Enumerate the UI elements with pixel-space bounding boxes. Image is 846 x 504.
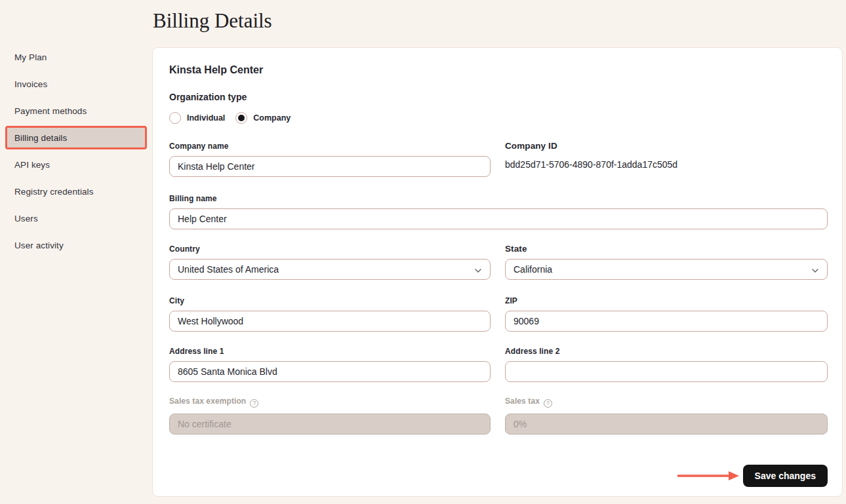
company-name-label: Company name: [169, 142, 491, 150]
sales-tax-input: [505, 414, 828, 435]
city-input[interactable]: [169, 311, 491, 332]
sidebar-item-user-activity[interactable]: User activity: [5, 233, 147, 257]
chevron-down-icon: [475, 264, 481, 275]
help-icon[interactable]: ?: [250, 399, 258, 408]
country-label: Country: [169, 245, 491, 253]
billing-details-card: Kinsta Help Center Organization type Ind…: [152, 47, 843, 497]
country-select[interactable]: United States of America: [169, 259, 491, 280]
billing-sidebar: My Plan Invoices Payment methods Billing…: [0, 0, 152, 504]
radio-company[interactable]: Company: [235, 112, 291, 124]
billing-name-label: Billing name: [169, 195, 828, 203]
radio-individual[interactable]: Individual: [169, 112, 225, 124]
company-heading: Kinsta Help Center: [169, 65, 828, 75]
sidebar-item-registry-credentials[interactable]: Registry credentials: [5, 180, 147, 203]
address-line-2-label: Address line 2: [505, 347, 828, 355]
address-line-2-input[interactable]: [505, 361, 828, 382]
help-icon[interactable]: ?: [544, 399, 552, 408]
save-button[interactable]: Save changes: [743, 465, 828, 487]
app-window: My Plan Invoices Payment methods Billing…: [0, 0, 846, 504]
company-name-input[interactable]: [169, 156, 491, 177]
radio-circle-icon: [169, 112, 181, 124]
sidebar-item-api-keys[interactable]: API keys: [5, 153, 147, 176]
sales-tax-exemption-label: Sales tax exemption?: [169, 397, 491, 408]
sales-tax-exemption-input: [169, 414, 491, 435]
zip-input[interactable]: [505, 311, 828, 332]
address-line-1-input[interactable]: [169, 361, 491, 382]
state-select-value: California: [514, 264, 552, 275]
main-content: Billing Details Kinsta Help Center Organ…: [152, 0, 846, 504]
organization-type-label: Organization type: [169, 92, 828, 102]
country-select-value: United States of America: [178, 264, 279, 275]
chevron-down-icon: [812, 264, 818, 275]
radio-circle-icon: [235, 112, 247, 124]
city-label: City: [169, 297, 491, 305]
card-footer: Save changes: [169, 465, 828, 487]
billing-name-input[interactable]: [169, 208, 828, 229]
address-line-1-label: Address line 1: [169, 347, 491, 355]
organization-type-radio-group: Individual Company: [169, 112, 828, 124]
sidebar-item-invoices[interactable]: Invoices: [5, 72, 147, 96]
zip-label: ZIP: [505, 297, 828, 305]
sidebar-item-payment-methods[interactable]: Payment methods: [5, 99, 147, 123]
sidebar-item-users[interactable]: Users: [5, 206, 147, 230]
sidebar-item-billing-details[interactable]: Billing details: [5, 126, 147, 149]
state-label: State: [505, 245, 828, 253]
radio-individual-label: Individual: [187, 113, 225, 123]
state-select[interactable]: California: [505, 259, 828, 280]
sales-tax-label: Sales tax?: [505, 397, 828, 408]
page-title: Billing Details: [153, 9, 843, 33]
company-id-value: bdd25d71-5706-4890-870f-1adda17c505d: [505, 160, 828, 169]
sidebar-item-my-plan[interactable]: My Plan: [5, 45, 147, 69]
company-id-label: Company ID: [505, 142, 828, 150]
annotation-arrow-icon: [677, 471, 739, 480]
radio-company-label: Company: [253, 113, 291, 123]
